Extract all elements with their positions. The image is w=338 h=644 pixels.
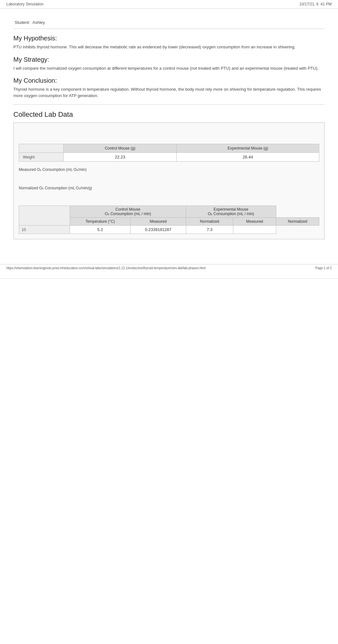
weight-table-empty-corner [19, 144, 64, 153]
hypothesis-title: My Hypothesis: [13, 35, 325, 42]
weight-table-col1-header: Control Mouse (g) [64, 144, 177, 153]
timestamp: 10/17/21, 6 :41 PM [299, 2, 332, 6]
col-measured: Measured [130, 218, 186, 226]
weight-table: Control Mouse (g) Experimental Mouse (g)… [19, 144, 319, 162]
footer-page-info: Page 1 of 2 [315, 266, 332, 270]
weight-row-label: Weight [19, 153, 64, 162]
app-title: Laboratory Simulation [6, 2, 44, 6]
student-label: Student: [15, 20, 30, 25]
weight-table-col2-header: Experimental Mouse (g) [177, 144, 319, 153]
data-table: Control Mouse O₂ Consumption (mL / min) … [19, 206, 319, 234]
table-row: 105.20.23391812877.3 [19, 226, 319, 234]
col-normalized2: Normalized [276, 218, 319, 226]
measured-o2-label: Measured O₂ Consumption (mL O₂/min) [19, 167, 319, 172]
control-group-header: Control Mouse O₂ Consumption (mL / min) [70, 206, 186, 218]
conclusion-text: Thyroid hormone is a key component in te… [13, 86, 325, 99]
collected-lab-data-title: Collected Lab Data [13, 110, 325, 119]
control-weight-value: 22.23 [64, 153, 177, 162]
strategy-title: My Strategy: [13, 56, 325, 63]
student-name: Ashley [32, 20, 45, 25]
hypothesis-text: PTU inhibits thyroid hormone. This will … [13, 44, 325, 50]
experimental-weight-value: 26.44 [177, 153, 319, 162]
col-temperature: Temperature (°C) [70, 218, 130, 226]
data-table-empty-corner [19, 206, 70, 226]
footer-url: https://vlsimulation.learningtools.prod.… [6, 266, 206, 270]
conclusion-title: My Conclusion: [13, 77, 325, 84]
col-measured2: Measured [233, 218, 276, 226]
strategy-text: I will compare the normalized oxygen con… [13, 65, 325, 72]
col-normalized: Normalized [186, 218, 233, 226]
normalized-o2-label: Normalized O₂ Consumption (mL O₂/min/g) [19, 186, 319, 190]
experimental-group-header: Experimental Mouse O₂ Consumption (mL / … [186, 206, 276, 218]
